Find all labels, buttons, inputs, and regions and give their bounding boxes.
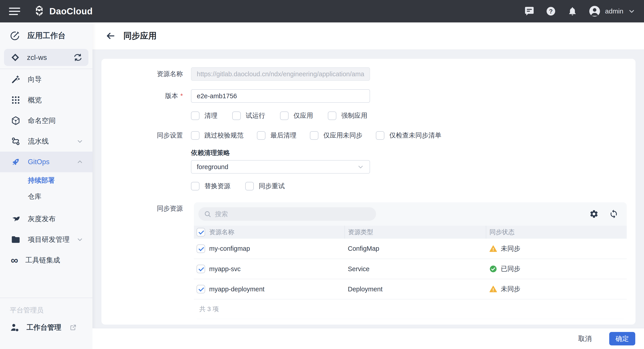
workspace-icon xyxy=(10,52,20,62)
checkbox-check-out-of-sync-manifest-only[interactable]: 仅检查未同步清单 xyxy=(376,131,442,140)
resource-name: myapp-svc xyxy=(209,265,240,273)
workbench-title: 应用工作台 xyxy=(28,30,66,41)
checkbox-prune-last[interactable]: 最后清理 xyxy=(257,131,296,140)
sidebar-bottom: 平台管理员 工作台管理 xyxy=(0,298,92,349)
spacer xyxy=(0,205,92,209)
warning-icon xyxy=(489,285,497,293)
checkbox-prune[interactable]: 清理 xyxy=(191,111,218,120)
sidebar-item-workbench-admin[interactable]: 工作台管理 xyxy=(0,317,92,338)
prune-policy-select[interactable]: foreground xyxy=(191,160,370,174)
table-header-row: 资源名称 资源类型 同步状态 xyxy=(194,226,627,239)
select-all-checkbox[interactable] xyxy=(196,228,205,236)
sidebar-item-label: 命名空间 xyxy=(28,116,56,125)
success-icon xyxy=(489,265,497,273)
sidebar-item-gitops[interactable]: GitOps xyxy=(0,152,92,172)
external-link-icon xyxy=(69,324,77,331)
refresh-icon[interactable] xyxy=(609,209,619,219)
required-asterisk: * xyxy=(180,92,183,99)
table-footer-total: 共 3 项 xyxy=(194,300,627,319)
bell-icon[interactable] xyxy=(567,6,578,16)
pipeline-icon xyxy=(11,136,21,146)
sidebar-item-gray-release[interactable]: 灰度发布 xyxy=(0,209,92,229)
topbar: DaoCloud ? xyxy=(0,0,644,22)
switch-workspace-icon[interactable] xyxy=(73,53,82,62)
sync-settings-label: 同步设置 xyxy=(102,131,191,140)
row-checkbox[interactable] xyxy=(196,285,205,293)
checkbox-box[interactable] xyxy=(257,131,266,140)
checkbox-box[interactable] xyxy=(191,131,200,140)
checkbox-replace-resource[interactable]: 替换资源 xyxy=(191,182,230,191)
row-checkbox[interactable] xyxy=(196,245,205,253)
menu-icon[interactable] xyxy=(9,6,21,16)
prune-policy-label: 依赖清理策略 xyxy=(191,148,230,157)
chevron-down-icon xyxy=(76,138,84,145)
chevron-down-icon xyxy=(357,163,364,170)
sidebar-item-pipeline[interactable]: 流水线 xyxy=(0,131,92,152)
sidebar: 应用工作台 zcl-ws xyxy=(0,22,92,349)
sidebar-item-namespace[interactable]: 命名空间 xyxy=(0,110,92,131)
user-menu[interactable]: admin xyxy=(589,5,636,17)
checkbox-box[interactable] xyxy=(328,111,336,120)
workspace-selector[interactable]: zcl-ws xyxy=(4,49,88,66)
checkbox-box[interactable] xyxy=(376,131,384,140)
checkbox-box[interactable] xyxy=(232,111,241,120)
gear-icon[interactable] xyxy=(589,209,599,219)
resources-table: 资源名称 资源类型 同步状态 xyxy=(194,226,627,300)
prune-policy-row: foreground xyxy=(102,160,636,174)
sync-form-card: 资源名称 版本* 清理 xyxy=(102,59,636,325)
grid-dots-icon xyxy=(11,95,21,105)
table-row[interactable]: my-configmap ConfigMap xyxy=(194,239,627,259)
main-content: 同步应用 资源名称 版本* xyxy=(92,22,644,349)
help-icon[interactable]: ? xyxy=(546,6,556,16)
checkbox-box[interactable] xyxy=(191,182,200,190)
sync-resources-panel: 资源名称 资源类型 同步状态 xyxy=(194,202,627,319)
sidebar-item-toolchain[interactable]: ∞ 工具链集成 xyxy=(0,250,92,271)
infinity-icon: ∞ xyxy=(11,256,18,264)
resource-name: my-configmap xyxy=(209,245,250,252)
more-options-row: 替换资源 同步重试 xyxy=(102,182,636,191)
table-row[interactable]: myapp-svc Service xyxy=(194,259,627,279)
table-row[interactable]: myapp-deployment Deployment xyxy=(194,279,627,299)
cube-icon xyxy=(11,116,21,126)
search-input[interactable] xyxy=(215,210,371,218)
column-header-name: 资源名称 xyxy=(209,228,234,236)
edit-circle-icon xyxy=(10,30,20,41)
cancel-button[interactable]: 取消 xyxy=(573,332,597,346)
checkbox-box[interactable] xyxy=(310,131,318,140)
resource-name-input xyxy=(191,67,370,81)
username-label: admin xyxy=(605,7,623,15)
topbar-actions: ? ad xyxy=(524,5,636,17)
version-input[interactable] xyxy=(191,89,370,103)
sidebar-item-label: 项目研发管理 xyxy=(28,235,70,244)
status-text: 未同步 xyxy=(501,285,520,294)
sidebar-subitem-continuous-deploy[interactable]: 持续部署 xyxy=(0,172,92,188)
checkbox-box[interactable] xyxy=(191,111,200,120)
sidebar-divider xyxy=(0,298,92,298)
checkbox-skip-schema-validation[interactable]: 跳过校验规范 xyxy=(191,131,244,140)
checkbox-dry-run[interactable]: 试运行 xyxy=(232,111,265,120)
sidebar-item-label: 工作台管理 xyxy=(26,323,61,332)
sidebar-item-label: 工具链集成 xyxy=(25,256,60,265)
checkbox-apply-out-of-sync-only[interactable]: 仅应用未同步 xyxy=(310,131,362,140)
resource-name: myapp-deployment xyxy=(209,286,264,293)
brand: DaoCloud xyxy=(33,5,93,17)
status-text: 已同步 xyxy=(501,265,520,273)
confirm-button[interactable]: 确定 xyxy=(609,332,635,346)
sidebar-subitem-repository[interactable]: 仓库 xyxy=(0,188,92,205)
sidebar-item-overview[interactable]: 概览 xyxy=(0,90,92,110)
checkbox-box[interactable] xyxy=(280,111,288,120)
sidebar-item-wizard[interactable]: 向导 xyxy=(0,69,92,90)
checkbox-sync-retry[interactable]: 同步重试 xyxy=(245,182,285,191)
checkbox-apply-only[interactable]: 仅应用 xyxy=(280,111,313,120)
sync-options-row: 清理 试运行 仅应用 强制应用 xyxy=(102,111,636,120)
checkbox-force-apply[interactable]: 强制应用 xyxy=(328,111,367,120)
platform-admin-label: 平台管理员 xyxy=(0,300,92,317)
back-arrow-icon[interactable] xyxy=(106,31,116,41)
resource-type: ConfigMap xyxy=(345,239,486,259)
search-box[interactable] xyxy=(198,207,376,221)
chat-icon[interactable] xyxy=(524,6,534,16)
row-checkbox[interactable] xyxy=(196,265,205,273)
checkbox-box[interactable] xyxy=(245,182,254,190)
sidebar-item-project-mgmt[interactable]: 项目研发管理 xyxy=(0,229,92,250)
version-row: 版本* xyxy=(102,89,636,103)
